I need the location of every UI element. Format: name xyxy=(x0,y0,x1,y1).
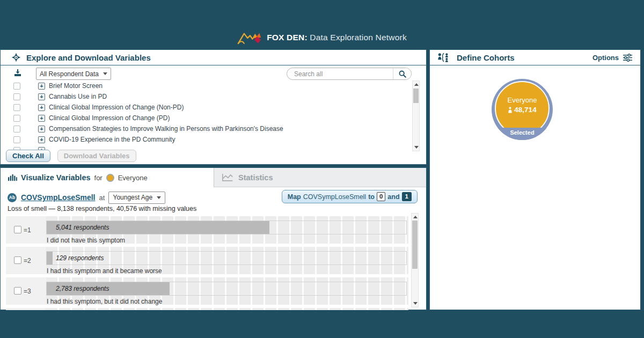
scrollbar-thumb[interactable] xyxy=(413,89,419,103)
bar-fill xyxy=(47,252,53,264)
map-prefix: Map xyxy=(288,193,301,201)
tab-visualize-variables[interactable]: Visualize Variables for Everyone xyxy=(1,168,214,187)
variable-checkbox[interactable] xyxy=(13,93,20,100)
variable-row-label[interactable]: Cannabis Use in PD xyxy=(49,93,107,100)
person-icon xyxy=(508,107,513,113)
chart-scrollbar[interactable] xyxy=(411,213,419,307)
brand-bar: FOX DEN: Data Exploration Network xyxy=(0,27,644,48)
value-code: =1 xyxy=(24,226,31,234)
search-icon xyxy=(398,70,406,78)
cohort-name: Everyone xyxy=(508,96,537,104)
variable-row: + Cannabis Use in PD xyxy=(1,91,409,102)
scroll-down-icon[interactable] xyxy=(413,302,418,305)
value-code: =3 xyxy=(24,288,31,295)
tab-statistics[interactable]: Statistics xyxy=(214,168,426,187)
value-checkbox[interactable] xyxy=(14,226,21,233)
explore-panel: Explore and Download Variables All Respo… xyxy=(0,49,427,165)
age-dropdown-value: Youngest Age xyxy=(113,194,153,201)
search-button[interactable] xyxy=(393,68,411,79)
variable-checkbox[interactable] xyxy=(13,126,20,133)
dataset-dropdown[interactable]: All Respondent Data xyxy=(36,68,111,80)
value-code: =2 xyxy=(24,257,31,264)
bar-description: I had this symptom, but it did not chang… xyxy=(47,298,162,305)
bar-chart-icon xyxy=(8,173,17,182)
variable-row-label[interactable]: Clinical Global Impression of Change (No… xyxy=(49,104,184,111)
age-dropdown[interactable]: Youngest Age xyxy=(108,192,165,204)
bar-count-label: 5,041 respondents xyxy=(56,224,109,231)
download-variables-button[interactable]: Download Variables xyxy=(57,150,136,162)
map-variable-name: COVSympLoseSmell xyxy=(303,193,366,201)
variable-row-label[interactable]: COVID-19 Experience in the PD Community xyxy=(49,136,175,143)
scroll-up-icon[interactable] xyxy=(414,83,419,86)
variable-row: + Compensation Strategies to Improve Wal… xyxy=(1,123,409,134)
expand-plus-icon[interactable]: + xyxy=(38,83,45,90)
variable-row: + Clinical Global Impression of Change (… xyxy=(1,113,409,123)
bar-rows: =1 5,041 respondents I did not have this… xyxy=(6,216,408,308)
expand-plus-icon[interactable]: + xyxy=(38,126,45,133)
variable-checkbox[interactable] xyxy=(13,136,20,143)
variable-checkbox[interactable] xyxy=(13,83,20,90)
download-icon[interactable] xyxy=(13,69,22,77)
check-all-button[interactable]: Check All xyxy=(6,150,50,162)
cohorts-panel-title: Define Cohorts xyxy=(457,53,515,62)
sliders-icon xyxy=(623,54,633,62)
variable-row: + Brief Motor Screen xyxy=(1,80,409,91)
expand-plus-icon[interactable]: + xyxy=(38,115,45,122)
tab-cohort-name: Everyone xyxy=(118,174,148,182)
expand-plus-icon[interactable]: + xyxy=(38,104,45,111)
app-title: FOX DEN: Data Exploration Network xyxy=(267,33,407,42)
bar-row: =1 5,041 respondents I did not have this… xyxy=(6,216,408,244)
app-title-brand: FOX DEN: xyxy=(267,33,308,42)
variable-summary: Loss of smell — 8,138 respondents, 40,57… xyxy=(8,205,196,212)
map-and: and xyxy=(387,193,399,201)
cohort-dot-icon xyxy=(106,174,114,182)
search-box xyxy=(287,68,412,80)
bar-track: 129 respondents xyxy=(46,251,407,265)
map-one-box: 1 xyxy=(402,192,412,201)
bar-count-label: 2,783 respondents xyxy=(56,285,109,292)
variable-list: + Brief Motor Screen + Cannabis Use in P… xyxy=(1,80,409,151)
bar-row: =3 2,783 respondents I had this symptom,… xyxy=(6,277,408,305)
tab-for-label: for xyxy=(94,174,103,182)
value-checkbox[interactable] xyxy=(14,256,21,264)
cohort-everyone-node[interactable]: Everyone 48,714 Selected xyxy=(492,79,553,140)
expand-plus-icon[interactable]: + xyxy=(38,93,45,100)
value-checkbox[interactable] xyxy=(14,287,21,295)
tab-visualize-label: Visualize Variables xyxy=(21,173,91,182)
variable-header: Ab COVSympLoseSmell at Youngest Age xyxy=(8,191,165,204)
variable-row: + Clinical Global Impression of Change (… xyxy=(1,102,409,113)
bar-count-label: 129 respondents xyxy=(56,254,104,262)
options-label: Options xyxy=(592,54,619,62)
cohorts-panel-header: Define Cohorts Options xyxy=(430,50,640,65)
search-input[interactable] xyxy=(287,70,393,78)
variable-row: + COVID-19 Experience in the PD Communit… xyxy=(1,134,409,145)
variable-row-label[interactable]: Compensation Strategies to Improve Walki… xyxy=(49,125,283,133)
expand-plus-icon[interactable]: + xyxy=(38,136,45,143)
variable-name-link[interactable]: COVSympLoseSmell xyxy=(21,193,96,202)
cohort-status-label: Selected xyxy=(510,129,534,136)
map-variable-button[interactable]: Map COVSympLoseSmell to 0 and 1 xyxy=(282,190,418,203)
at-label: at xyxy=(99,194,105,202)
variable-list-scrollbar[interactable] xyxy=(412,80,420,151)
tab-bar: Visualize Variables for Everyone Statist… xyxy=(1,168,426,187)
bar-row-partial xyxy=(6,308,408,310)
explore-buttons: Check All Download Variables xyxy=(6,150,136,162)
bar-track: 2,783 respondents xyxy=(46,282,407,296)
scrollbar-thumb[interactable] xyxy=(412,221,418,269)
map-zero-box: 0 xyxy=(377,192,385,201)
explore-panel-title: Explore and Download Variables xyxy=(26,53,151,62)
scroll-up-icon[interactable] xyxy=(413,216,418,218)
scroll-down-icon[interactable] xyxy=(414,146,419,149)
app-window: FOX DEN: Data Exploration Network Explor… xyxy=(0,0,644,338)
explore-toolbar: All Respondent Data xyxy=(1,68,426,80)
options-button[interactable]: Options xyxy=(592,54,633,62)
variable-row-label[interactable]: Brief Motor Screen xyxy=(49,82,103,90)
cohort-status-badge: Selected xyxy=(492,128,553,140)
visualize-panel: Visualize Variables for Everyone Statist… xyxy=(0,167,427,310)
variable-checkbox[interactable] xyxy=(13,104,20,111)
variable-row-label[interactable]: Clinical Global Impression of Change (PD… xyxy=(49,114,170,122)
foxden-logo-icon xyxy=(237,30,262,46)
bar-row: =2 129 respondents I had this symptom an… xyxy=(6,247,408,274)
variable-checkbox[interactable] xyxy=(13,115,20,122)
compass-icon xyxy=(11,53,21,62)
